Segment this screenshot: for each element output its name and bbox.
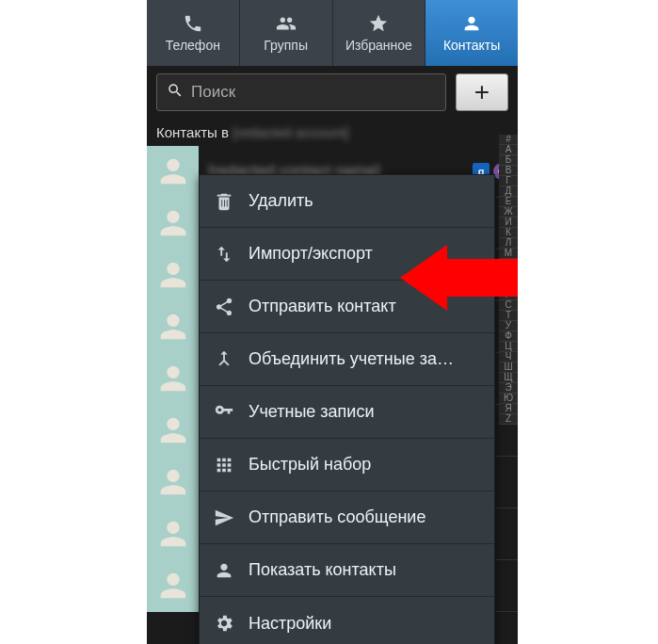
avatar: [147, 198, 199, 250]
send-icon: [214, 507, 234, 528]
menu-show-contacts[interactable]: Показать контакты: [200, 544, 494, 597]
menu-send-message[interactable]: Отправить сообщение: [200, 491, 494, 544]
tab-label: Телефон: [166, 38, 220, 53]
trash-icon: [214, 191, 234, 212]
avatar: [147, 560, 199, 612]
star-icon: [368, 13, 389, 34]
menu-label: Учетные записи: [249, 402, 374, 422]
menu-label: Удалить: [249, 191, 313, 211]
section-header: Контакты в [redacted account]: [147, 119, 518, 146]
avatar: [147, 508, 199, 560]
dialpad-icon: [214, 455, 234, 475]
people-icon: [214, 560, 234, 581]
tab-label: Контакты: [443, 38, 500, 53]
key-icon: [214, 402, 234, 423]
avatar: [147, 353, 199, 405]
menu-settings[interactable]: Настройки: [200, 597, 494, 644]
avatar: [147, 301, 199, 353]
avatar: [147, 250, 199, 301]
menu-speed-dial[interactable]: Быстрый набор: [200, 439, 494, 491]
menu-merge-accounts[interactable]: Объединить учетные за…: [200, 333, 494, 386]
tab-favorites[interactable]: Избранное: [333, 0, 426, 66]
menu-accounts[interactable]: Учетные записи: [200, 386, 494, 439]
add-contact-button[interactable]: +: [456, 73, 508, 111]
menu-label: Импорт/экспорт: [249, 244, 373, 264]
top-tabs: Телефон Группы Избранное Контакты: [147, 0, 518, 66]
search-placeholder: Поиск: [191, 83, 235, 102]
menu-label: Объединить учетные за…: [249, 349, 454, 369]
menu-label: Отправить контакт: [249, 297, 396, 316]
tab-label: Группы: [264, 38, 308, 53]
menu-label: Быстрый набор: [249, 455, 371, 475]
phone-screen: Телефон Группы Избранное Контакты: [147, 0, 518, 644]
settings-icon: [214, 613, 234, 634]
search-input[interactable]: Поиск: [156, 73, 446, 111]
search-row: Поиск +: [147, 66, 518, 119]
alpha-letter[interactable]: Z: [499, 414, 518, 425]
avatar: [147, 405, 199, 457]
import-export-icon: [214, 244, 234, 265]
avatar: [147, 146, 199, 198]
account-name: [redacted account]: [233, 124, 348, 140]
annotation-arrow: [395, 245, 527, 320]
share-icon: [214, 297, 234, 317]
menu-label: Показать контакты: [249, 560, 396, 580]
menu-delete[interactable]: Удалить: [200, 175, 494, 228]
tab-label: Избранное: [345, 38, 412, 53]
tab-groups[interactable]: Группы: [240, 0, 333, 66]
tab-phone[interactable]: Телефон: [147, 0, 240, 66]
menu-label: Отправить сообщение: [249, 507, 425, 527]
person-icon: [461, 13, 482, 34]
groups-icon: [276, 13, 297, 34]
search-icon: [167, 82, 184, 104]
contact-list: [redacted contact name] g ✆ Удалить Импо…: [147, 146, 518, 612]
menu-label: Настройки: [249, 614, 331, 634]
plus-icon: +: [474, 77, 489, 107]
phone-icon: [183, 13, 203, 34]
tab-contacts[interactable]: Контакты: [425, 0, 518, 66]
section-prefix: Контакты в: [156, 124, 233, 140]
avatar: [147, 457, 199, 508]
merge-icon: [214, 349, 234, 370]
